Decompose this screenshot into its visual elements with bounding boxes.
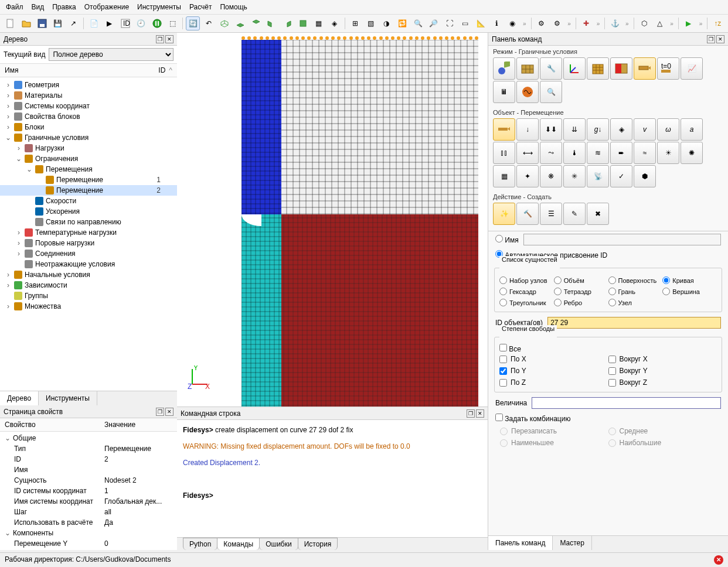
hex-icon[interactable]: ⬡ xyxy=(637,16,651,30)
tree-item[interactable]: ›Соединения xyxy=(0,248,177,259)
mode-bc-icon[interactable] xyxy=(634,57,656,80)
mode-deps-icon[interactable]: 📈 xyxy=(681,57,703,80)
open-icon[interactable] xyxy=(19,16,33,30)
obj-pore-icon[interactable]: ▦ xyxy=(493,165,515,187)
action-list-icon[interactable]: ☰ xyxy=(540,203,562,225)
obj-beam-icon[interactable]: ✳ xyxy=(563,165,586,187)
action-modify-icon[interactable]: ✎ xyxy=(563,203,586,225)
menu-Правка[interactable]: Правка xyxy=(52,3,76,11)
iso-icon[interactable] xyxy=(217,16,232,30)
prop-row[interactable]: ТипПеремещение xyxy=(0,443,177,454)
tab-tree[interactable]: Дерево xyxy=(0,391,39,405)
obj-cube-icon[interactable]: ⬢ xyxy=(634,165,656,187)
save-as-icon[interactable]: 💾 xyxy=(51,16,65,30)
tree-item[interactable]: Перемещение1 xyxy=(0,175,177,185)
obj-fan-icon[interactable]: 📡 xyxy=(587,165,609,187)
history-icon[interactable]: 🕘 xyxy=(134,16,148,30)
magnitude-input[interactable] xyxy=(532,397,721,409)
mode-blocks-icon[interactable] xyxy=(587,57,609,80)
tree-item[interactable]: Неотражающие условия xyxy=(0,259,177,269)
obj-temp-icon[interactable]: 🌡 xyxy=(563,142,586,164)
gear-icon[interactable]: ⚙ xyxy=(535,16,549,30)
tree-item[interactable]: Группы xyxy=(0,291,177,301)
tri-icon[interactable]: △ xyxy=(652,16,666,30)
close-icon[interactable]: ✕ xyxy=(165,408,174,416)
back-icon[interactable] xyxy=(249,16,263,30)
props-body[interactable]: ⌄ОбщиеТипПеремещениеID2ИмяСущностьNodese… xyxy=(0,432,177,550)
obj-src-icon[interactable]: ✺ xyxy=(681,142,703,164)
tree-item[interactable]: ›Зависимости xyxy=(0,280,177,291)
prop-row[interactable]: Использовать в расчётеДа xyxy=(0,517,177,528)
menu-Отображение[interactable]: Отображение xyxy=(84,3,129,11)
obj-displacement-icon[interactable] xyxy=(493,118,515,141)
entity-radio[interactable]: Узел xyxy=(608,297,663,308)
tab-errors[interactable]: Ошибки xyxy=(259,538,298,550)
fit-icon[interactable]: ⛶ xyxy=(443,16,457,30)
toggle-icon[interactable]: ◑ xyxy=(379,16,393,30)
obj-angular-icon[interactable]: ω xyxy=(657,118,679,141)
undock-icon[interactable]: ❐ xyxy=(467,409,475,418)
play-journal-icon[interactable]: ▶ xyxy=(103,16,117,30)
prop-row[interactable]: ID системы координат1 xyxy=(0,486,177,496)
new-icon[interactable] xyxy=(4,16,18,30)
entity-radio[interactable]: Поверхность xyxy=(608,275,663,286)
entity-radio[interactable]: Ребро xyxy=(554,297,608,308)
combo-check[interactable]: Задать комбинацию xyxy=(495,414,570,423)
dof-check[interactable]: Вокруг X xyxy=(608,353,717,365)
tree-item[interactable]: ⌄Перемещения xyxy=(0,164,177,175)
obj-flux-icon[interactable]: ➨ xyxy=(610,142,632,164)
mode-calc-icon[interactable]: 🖩 xyxy=(493,81,515,103)
menu-Вид[interactable]: Вид xyxy=(32,3,45,11)
dof-check[interactable]: По Y xyxy=(499,365,608,377)
bottom-icon[interactable]: ▦ xyxy=(312,16,326,30)
tree-item[interactable]: ⌄Ограничения xyxy=(0,153,177,164)
prop-row[interactable]: Имя системы координатГлобальная дек... xyxy=(0,496,177,507)
grid-icon[interactable]: ⊞ xyxy=(348,16,362,30)
name-radio[interactable]: Имя xyxy=(495,235,519,244)
mode-search-icon[interactable]: 🔍 xyxy=(540,81,562,103)
bounds-icon[interactable]: ▭ xyxy=(458,16,472,30)
tree-view[interactable]: ›Геометрия›Материалы›Системы координат›С… xyxy=(0,77,177,391)
dof-check[interactable]: По X xyxy=(499,353,608,365)
action-create-icon[interactable]: ✨ xyxy=(493,203,515,225)
obj-rad2-icon[interactable]: ❋ xyxy=(540,165,562,187)
info-icon[interactable]: ℹ xyxy=(489,16,504,30)
undock-icon[interactable]: ❐ xyxy=(156,408,164,416)
name-input[interactable] xyxy=(523,234,721,245)
dof-check[interactable]: По Z xyxy=(499,377,608,388)
tree-item[interactable]: ›Свойства блоков xyxy=(0,111,177,122)
pause-icon[interactable] xyxy=(150,16,164,30)
entity-radio[interactable]: Объём xyxy=(554,275,608,286)
entity-radio[interactable]: Треугольник xyxy=(499,297,554,308)
close-icon[interactable]: ✕ xyxy=(716,35,724,43)
tree-item[interactable]: ›Системы координат xyxy=(0,101,177,111)
save-icon[interactable] xyxy=(35,16,49,30)
close-icon[interactable]: ✕ xyxy=(476,409,484,418)
obj-velocity-icon[interactable]: v xyxy=(634,118,656,141)
obj-column-icon[interactable]: ⫿⫿ xyxy=(493,142,515,164)
obj-distributed-icon[interactable]: ⬇⬇ xyxy=(540,118,562,141)
obj-accel-icon[interactable]: a xyxy=(681,118,703,141)
tab-cmd-panel[interactable]: Панель команд xyxy=(488,536,553,550)
tree-item[interactable]: ›Блоки xyxy=(0,122,177,132)
action-delete-icon[interactable]: ✖ xyxy=(587,203,609,225)
prop-row[interactable]: ID2 xyxy=(0,454,177,464)
tab-python[interactable]: Python xyxy=(183,538,217,550)
mode-materials-icon[interactable]: 🔧 xyxy=(540,57,562,80)
top-icon[interactable] xyxy=(296,16,310,30)
tree-item[interactable]: ›Множества xyxy=(0,301,177,312)
undock-icon[interactable]: ❐ xyxy=(707,35,715,43)
persp-icon[interactable]: ◈ xyxy=(328,16,342,30)
entity-icon[interactable]: ◉ xyxy=(505,16,519,30)
tree-item[interactable]: Связи по направлению xyxy=(0,217,177,227)
menu-Расчёт[interactable]: Расчёт xyxy=(189,3,212,11)
close-icon[interactable]: ✕ xyxy=(165,35,174,43)
tree-item[interactable]: ›Поровые нагрузки xyxy=(0,238,177,248)
obj-force-icon[interactable]: ↓ xyxy=(516,118,539,141)
dof-check[interactable]: Вокруг Z xyxy=(608,377,717,388)
tree-item[interactable]: ›Материалы xyxy=(0,90,177,101)
surface-mesh-icon[interactable]: ⬚ xyxy=(165,16,179,30)
mode-init-icon[interactable]: t=0 xyxy=(657,57,679,80)
prop-row[interactable]: ⌄Компоненты xyxy=(0,528,177,538)
view-select[interactable]: Полное дерево xyxy=(49,48,174,61)
